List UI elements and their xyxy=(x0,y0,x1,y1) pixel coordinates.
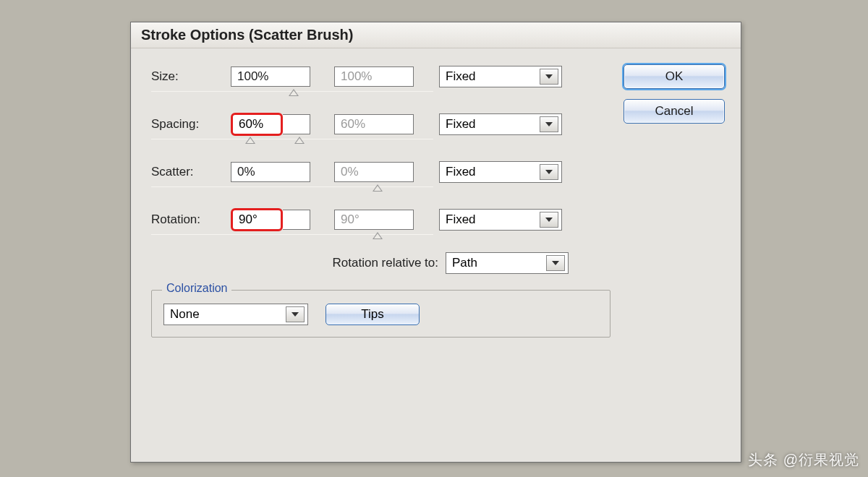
size-input-1[interactable]: 100% xyxy=(231,66,310,87)
rotation-slider[interactable] xyxy=(151,232,610,241)
scatter-input-1[interactable]: 0% xyxy=(231,162,310,182)
rotation-input-2: 90° xyxy=(334,210,414,230)
dropdown-button[interactable] xyxy=(546,255,565,271)
slider-thumb-icon[interactable] xyxy=(245,137,255,144)
dropdown-button[interactable] xyxy=(540,164,558,180)
spacing-label: Spacing: xyxy=(151,117,231,132)
slider-thumb-icon[interactable] xyxy=(373,232,383,239)
dialog-content: Size: 100% 100% Fixed Spacing: 60% xyxy=(131,48,741,351)
watermark-text: 头条 @衍果视觉 xyxy=(748,450,859,470)
ok-button[interactable]: OK xyxy=(624,64,725,89)
scatter-mode-value: Fixed xyxy=(446,165,476,179)
rotation-input-1[interactable]: 90° xyxy=(231,208,283,231)
titlebar: Stroke Options (Scatter Brush) xyxy=(131,22,741,48)
dropdown-button[interactable] xyxy=(540,116,558,132)
size-input-2: 100% xyxy=(334,66,414,87)
tips-button[interactable]: Tips xyxy=(326,304,420,325)
row-size: Size: 100% 100% Fixed xyxy=(151,61,610,92)
spacing-slider[interactable] xyxy=(151,137,610,145)
scatter-label: Scatter: xyxy=(151,165,231,179)
chevron-down-icon xyxy=(545,122,553,126)
colorization-method-value: None xyxy=(170,307,200,322)
colorization-fieldset: Colorization None Tips xyxy=(151,290,610,338)
chevron-down-icon xyxy=(545,170,553,174)
slider-thumb-icon[interactable] xyxy=(373,184,383,192)
scatter-mode-select[interactable]: Fixed xyxy=(439,161,562,183)
chevron-down-icon xyxy=(552,261,559,265)
cancel-button[interactable]: Cancel xyxy=(624,99,725,124)
rotation-mode-value: Fixed xyxy=(446,212,476,227)
chevron-down-icon xyxy=(545,74,553,79)
spacing-input-2: 60% xyxy=(334,114,414,134)
colorization-legend: Colorization xyxy=(162,282,231,295)
rotation-relative-label: Rotation relative to: xyxy=(333,256,438,270)
colorization-method-select[interactable]: None xyxy=(163,304,308,325)
rotation-relative-value: Path xyxy=(452,256,477,270)
chevron-down-icon xyxy=(292,312,299,317)
spacing-mode-select[interactable]: Fixed xyxy=(439,113,562,135)
window-title: Stroke Options (Scatter Brush) xyxy=(141,27,353,43)
chevron-down-icon xyxy=(545,218,553,222)
size-mode-value: Fixed xyxy=(446,69,476,84)
dropdown-button[interactable] xyxy=(540,212,558,228)
rotation-mode-select[interactable]: Fixed xyxy=(439,209,562,231)
slider-thumb-icon[interactable] xyxy=(289,89,299,96)
dropdown-button[interactable] xyxy=(540,69,558,85)
rotation-relative-select[interactable]: Path xyxy=(446,252,569,274)
action-buttons: OK Cancel xyxy=(624,61,725,338)
spacing-mode-value: Fixed xyxy=(446,117,476,132)
row-spacing: Spacing: 60% 60% Fixed xyxy=(151,109,610,139)
size-slider[interactable] xyxy=(151,89,610,98)
options-panel: Size: 100% 100% Fixed Spacing: 60% xyxy=(151,61,610,338)
dialog-window: Stroke Options (Scatter Brush) Size: 100… xyxy=(130,22,741,463)
rotation-label: Rotation: xyxy=(151,212,231,227)
rotation-relative-row: Rotation relative to: Path xyxy=(151,252,610,274)
row-scatter: Scatter: 0% 0% Fixed xyxy=(151,157,610,187)
scatter-slider[interactable] xyxy=(151,184,610,193)
spacing-input-1[interactable]: 60% xyxy=(231,113,283,136)
scatter-input-2: 0% xyxy=(334,162,414,182)
row-rotation: Rotation: 90° 90° Fixed xyxy=(151,205,610,235)
size-label: Size: xyxy=(151,69,231,84)
dropdown-button[interactable] xyxy=(286,306,305,322)
size-mode-select[interactable]: Fixed xyxy=(439,66,562,87)
slider-thumb-icon[interactable] xyxy=(294,137,305,144)
